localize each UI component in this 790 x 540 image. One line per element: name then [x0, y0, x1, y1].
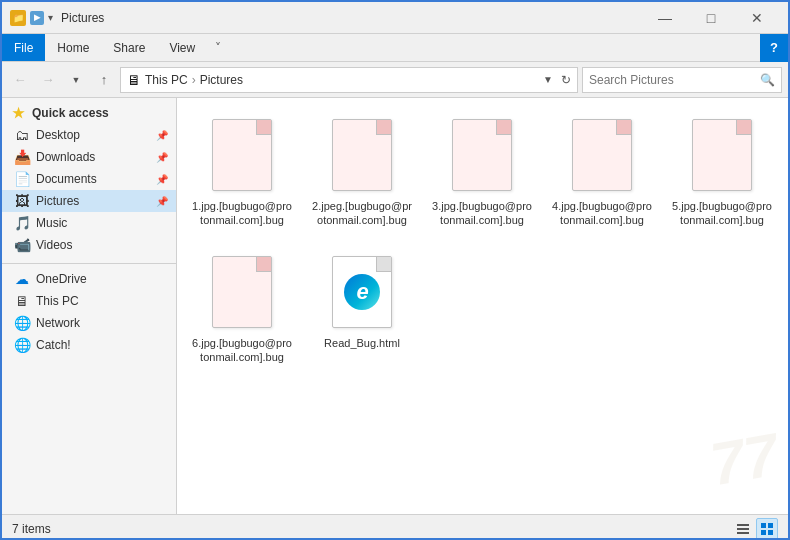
file-icon-wrap [206, 115, 278, 195]
file-area: 77 1.jpg.[bugbugo@protonmail.com].bug 2.… [177, 98, 788, 514]
sidebar: ★ Quick access 🗂 Desktop 📌 📥 Downloads 📌… [2, 98, 177, 514]
file-label: 2.jpeg.[bugbugo@protonmail.com].bug [312, 199, 412, 228]
sidebar-item-downloads[interactable]: 📥 Downloads 📌 [2, 146, 176, 168]
file-icon-wrap [206, 252, 278, 332]
file-grid: 1.jpg.[bugbugo@protonmail.com].bug 2.jpe… [187, 108, 778, 371]
doc-icon [212, 256, 272, 328]
sidebar-network-label: Network [36, 316, 80, 330]
file-icon-wrap [686, 115, 758, 195]
maximize-button[interactable]: □ [688, 2, 734, 34]
app-icon-yellow: 📁 [10, 10, 26, 26]
file-item[interactable]: 2.jpeg.[bugbugo@protonmail.com].bug [307, 108, 417, 235]
onedrive-icon: ☁ [14, 271, 30, 287]
sidebar-item-catch[interactable]: 🌐 Catch! [2, 334, 176, 356]
search-icon: 🔍 [760, 73, 775, 87]
desktop-icon: 🗂 [14, 127, 30, 143]
address-dropdown[interactable]: ▼ [543, 74, 553, 85]
svg-rect-3 [761, 523, 766, 528]
menu-share[interactable]: Share [101, 34, 157, 61]
main-container: ★ Quick access 🗂 Desktop 📌 📥 Downloads 📌… [2, 98, 788, 514]
view-list-button[interactable] [732, 518, 754, 540]
sidebar-downloads-label: Downloads [36, 150, 95, 164]
file-item[interactable]: 6.jpg.[bugbugo@protonmail.com].bug [187, 245, 297, 372]
sidebar-item-desktop[interactable]: 🗂 Desktop 📌 [2, 124, 176, 146]
address-computer-icon: 🖥 [127, 72, 141, 88]
sidebar-thispc-label: This PC [36, 294, 79, 308]
minimize-button[interactable]: — [642, 2, 688, 34]
file-item[interactable]: 4.jpg.[bugbugo@protonmail.com].bug [547, 108, 657, 235]
doc-icon [212, 119, 272, 191]
menu-help[interactable]: ? [760, 34, 788, 62]
title-bar-icons: 📁 ▶ ▾ [10, 10, 53, 26]
file-item[interactable]: 5.jpg.[bugbugo@protonmail.com].bug [667, 108, 777, 235]
menu-expand[interactable]: ˅ [207, 34, 229, 61]
file-item[interactable]: 3.jpg.[bugbugo@protonmail.com].bug [427, 108, 537, 235]
search-input[interactable] [589, 73, 756, 87]
sidebar-documents-label: Documents [36, 172, 97, 186]
menu-home[interactable]: Home [45, 34, 101, 61]
window-title: Pictures [61, 11, 642, 25]
star-icon: ★ [10, 105, 26, 121]
pin-icon-3: 📌 [156, 174, 168, 185]
sidebar-pictures-label: Pictures [36, 194, 79, 208]
close-button[interactable]: ✕ [734, 2, 780, 34]
doc-icon [332, 119, 392, 191]
svg-rect-2 [737, 532, 749, 534]
documents-icon: 📄 [14, 171, 30, 187]
sidebar-quick-access[interactable]: ★ Quick access [2, 102, 176, 124]
svg-rect-5 [761, 530, 766, 535]
downloads-icon: 📥 [14, 149, 30, 165]
path-this-pc[interactable]: This PC [145, 73, 188, 87]
file-label: 1.jpg.[bugbugo@protonmail.com].bug [192, 199, 292, 228]
pin-icon-2: 📌 [156, 152, 168, 163]
watermark: 77 [706, 420, 784, 500]
pictures-icon: 🖼 [14, 193, 30, 209]
address-refresh[interactable]: ↻ [561, 73, 571, 87]
menu-view[interactable]: View [157, 34, 207, 61]
sidebar-item-thispc[interactable]: 🖥 This PC [2, 290, 176, 312]
network-icon: 🌐 [14, 315, 30, 331]
toolbar: ← → ▼ ↑ 🖥 This PC › Pictures ▼ ↻ 🔍 [2, 62, 788, 98]
file-label: 3.jpg.[bugbugo@protonmail.com].bug [432, 199, 532, 228]
file-icon-wrap-html: e [326, 252, 398, 332]
file-item-html[interactable]: e Read_Bug.html [307, 245, 417, 372]
doc-icon [692, 119, 752, 191]
sidebar-onedrive-label: OneDrive [36, 272, 87, 286]
sidebar-item-network[interactable]: 🌐 Network [2, 312, 176, 334]
edge-e-letter: e [356, 279, 367, 305]
sidebar-music-label: Music [36, 216, 67, 230]
menu-file[interactable]: File [2, 34, 45, 61]
back-button[interactable]: ← [8, 68, 32, 92]
sidebar-item-onedrive[interactable]: ☁ OneDrive [2, 268, 176, 290]
view-buttons [732, 518, 778, 540]
file-icon-wrap [326, 115, 398, 195]
search-box[interactable]: 🔍 [582, 67, 782, 93]
videos-icon: 📹 [14, 237, 30, 253]
recent-button[interactable]: ▼ [64, 68, 88, 92]
sidebar-videos-label: Videos [36, 238, 72, 252]
sidebar-item-music[interactable]: 🎵 Music [2, 212, 176, 234]
pin-icon: 📌 [156, 130, 168, 141]
sidebar-catch-label: Catch! [36, 338, 71, 352]
file-label: 6.jpg.[bugbugo@protonmail.com].bug [192, 336, 292, 365]
address-bar[interactable]: 🖥 This PC › Pictures ▼ ↻ [120, 67, 578, 93]
thispc-icon: 🖥 [14, 293, 30, 309]
sidebar-item-documents[interactable]: 📄 Documents 📌 [2, 168, 176, 190]
address-path: This PC › Pictures [145, 73, 539, 87]
status-bar: 7 items [2, 514, 788, 540]
file-item[interactable]: 1.jpg.[bugbugo@protonmail.com].bug [187, 108, 297, 235]
item-count: 7 items [12, 522, 51, 536]
forward-button[interactable]: → [36, 68, 60, 92]
sidebar-item-pictures[interactable]: 🖼 Pictures 📌 [2, 190, 176, 212]
quick-access-label: Quick access [32, 106, 109, 120]
pin-icon-4: 📌 [156, 196, 168, 207]
file-icon-wrap [566, 115, 638, 195]
up-button[interactable]: ↑ [92, 68, 116, 92]
view-grid-button[interactable] [756, 518, 778, 540]
svg-rect-0 [737, 524, 749, 526]
menu-bar: File Home Share View ˅ ? [2, 34, 788, 62]
window-controls: — □ ✕ [642, 2, 780, 34]
path-pictures[interactable]: Pictures [200, 73, 243, 87]
title-bar: 📁 ▶ ▾ Pictures — □ ✕ [2, 2, 788, 34]
sidebar-item-videos[interactable]: 📹 Videos [2, 234, 176, 256]
